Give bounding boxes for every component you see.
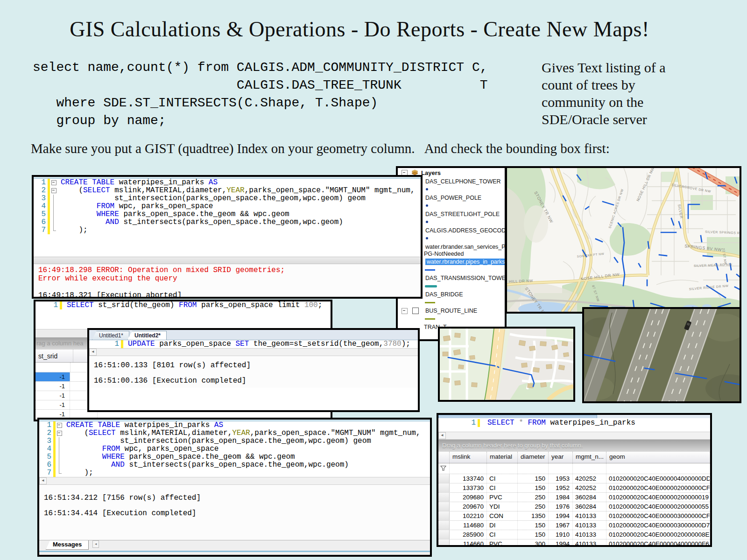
group-by-bar[interactable]: Drag a column header here to group by th…: [438, 440, 710, 452]
code-line[interactable]: 7 );: [39, 469, 430, 477]
aerial-photo-window[interactable]: [582, 307, 741, 403]
fold-marker[interactable]: [56, 453, 63, 461]
column-header-diameter[interactable]: diameter: [518, 452, 549, 463]
layer-checkbox[interactable]: [412, 308, 419, 314]
editor-tab-untitled1[interactable]: Untitled1*: [92, 331, 129, 340]
fold-marker[interactable]: [56, 437, 63, 445]
code-line[interactable]: 1SELECT * FROM waterpipes_in_parks: [438, 419, 710, 427]
column-header-mgmt_n[interactable]: mgmt_n...: [573, 452, 606, 463]
horizontal-scrollbar[interactable]: ◄: [39, 477, 430, 485]
code-line[interactable]: 6 AND st_intersects(parks_open_space.the…: [34, 218, 421, 226]
fold-marker[interactable]: [50, 195, 57, 203]
street-map[interactable]: STONEY TR NWSTONEY TR NWNOSE HILL DR NWH…: [507, 168, 740, 312]
table-row[interactable]: 114660PVC30019944101330102000020C40E0000…: [438, 539, 710, 547]
fold-marker[interactable]: [50, 203, 57, 210]
code-area[interactable]: 1SELECT * FROM waterpipes_in_parks: [438, 418, 710, 432]
results-panel: 16:51:00.133 [8101 row(s) affected]16:51…: [89, 356, 418, 388]
fold-marker[interactable]: [50, 187, 57, 195]
horizontal-scrollbar[interactable]: ◄: [89, 348, 418, 356]
scroll-left-icon[interactable]: ◄: [39, 477, 47, 484]
layer-label[interactable]: DAS_POWER_POLE: [425, 195, 481, 201]
results-panel: 16:51:34.212 [7156 row(s) affected]16:51…: [39, 485, 430, 540]
message-line: Error while executing the query: [38, 274, 416, 283]
column-header-geom[interactable]: geom: [606, 452, 710, 463]
code-area[interactable]: 1CREATE TABLE waterpipes_in_parks AS2 (S…: [34, 179, 421, 234]
scroll-left-icon[interactable]: ◄: [438, 432, 446, 439]
messages-tab[interactable]: Messages: [46, 540, 89, 550]
layer-symbol-blue-line: [425, 269, 435, 271]
query-results-window: 1SELECT * FROM waterpipes_in_parks ◄ Dra…: [437, 413, 712, 547]
column-header-mslink[interactable]: mslink: [450, 452, 487, 463]
layer-label[interactable]: DAS_BRIDGE: [425, 291, 463, 298]
expander-icon[interactable]: [402, 308, 408, 314]
svg-text:HILL DR NW: HILL DR NW: [509, 279, 533, 284]
layer-label[interactable]: CALGIS.ADDRESS_GEOCODE_V: [425, 227, 507, 234]
zoomed-map-window[interactable]: [438, 327, 575, 402]
code-line[interactable]: 5 WHERE parks_open_space.the_geom && wpc…: [34, 210, 421, 218]
code-line[interactable]: 3 st_intersection(parks_open_space.the_g…: [34, 195, 421, 203]
column-header-material[interactable]: material: [487, 452, 518, 463]
fold-marker[interactable]: [50, 210, 57, 218]
layer-label[interactable]: DAS_STREETLIGHT_POLE: [425, 211, 500, 217]
editor-tab-bar: Untitled1*Untitled2*: [89, 330, 418, 340]
fold-marker[interactable]: [50, 179, 57, 187]
status-bar: Ln 5 Col 26 19.06s: [39, 552, 430, 557]
code-line[interactable]: 2 (SELECT mslink,MATERIAL,diameter,YEAR,…: [34, 187, 421, 195]
code-line[interactable]: 5 WHERE parks_open_space.the_geom && wpc…: [39, 453, 430, 461]
table-row[interactable]: 285900CI15019104101330102000020C40E00000…: [438, 530, 710, 539]
table-row[interactable]: 114680DI15019674101330102000020C40E00000…: [438, 521, 710, 530]
bottom-tab-row: Messages ◄: [39, 540, 430, 551]
layer-symbol-point: [426, 204, 428, 207]
code-line[interactable]: 1CREATE TABLE waterpipes_in_parks AS: [34, 179, 421, 187]
layer-label[interactable]: DAS_TRANSMISSION_TOWER: [425, 275, 507, 281]
layer-label[interactable]: BUS_ROUTE_LINE: [425, 308, 477, 314]
table-row[interactable]: 133740CI15019534202520102000020C40E00000…: [438, 474, 710, 483]
column-header-year[interactable]: year: [549, 452, 573, 463]
aerial-photo[interactable]: [584, 309, 740, 401]
code-line[interactable]: 6 AND st_intersects(parks_open_space.the…: [39, 461, 430, 469]
table-row[interactable]: 133730CI15019524202520102000020C40E00000…: [438, 483, 710, 493]
layer-label[interactable]: water.rbrander.san_services_PG: [425, 244, 507, 250]
fold-marker[interactable]: [56, 469, 63, 477]
message-line: 16:51:34.414 [Execution completed]: [44, 506, 425, 521]
code-area-blank[interactable]: [34, 234, 421, 257]
table-body: 133740CI15019534202520102000020C40E00000…: [438, 474, 710, 547]
splitter[interactable]: [34, 257, 421, 264]
messages-panel: 16:49:18.298 ERROR: Operation on mixed S…: [34, 264, 421, 299]
fold-marker[interactable]: [56, 461, 63, 469]
code-line[interactable]: 3 st_intersection(parks_open_space.the_g…: [39, 437, 430, 445]
layer-item[interactable]: BUS_ROUTE_LINE: [398, 307, 505, 323]
table-row[interactable]: 209680PVC25019843602840102000020C40E0000…: [438, 493, 710, 502]
layer-label[interactable]: water.rbrander.pipes_in_parks: [425, 259, 506, 265]
editor-tab-untitled2[interactable]: Untitled2*: [127, 331, 167, 340]
code-line[interactable]: 1UPDATE parks_open_space SET the_geom=st…: [89, 340, 418, 348]
tab-scroll-left-icon[interactable]: ◄: [92, 540, 99, 548]
table-filter-row[interactable]: [438, 463, 710, 474]
fold-marker[interactable]: [56, 421, 63, 429]
table-row[interactable]: 209670YDI25019763602840102000020C40E0000…: [438, 502, 710, 511]
table-row[interactable]: 102210CON135019944101330102000020C40E000…: [438, 511, 710, 521]
layer-label[interactable]: DAS_CELLPHONE_TOWER: [425, 178, 501, 185]
fold-marker[interactable]: [56, 445, 63, 453]
code-area[interactable]: 1SELECT st_srid(the_geom) FROM parks_ope…: [35, 301, 331, 329]
code-line[interactable]: 2 (SELECT mslink,MATERIAL,diameter,YEAR,…: [39, 429, 430, 437]
fold-marker[interactable]: [50, 218, 57, 226]
code-line[interactable]: 1CREATE TABLE waterpipes_in_parks AS: [39, 421, 430, 429]
column-header-st-srid[interactable]: st_srid: [35, 350, 73, 362]
sql-editor-create-table: 1CREATE TABLE waterpipes_in_parks AS2 (S…: [32, 175, 423, 299]
code-line[interactable]: 1SELECT st_srid(the_geom) FROM parks_ope…: [35, 301, 331, 309]
code-line[interactable]: 4 FROM wpc, parks_open_space: [34, 203, 421, 210]
zoomed-street-map[interactable]: [440, 329, 573, 400]
layer-symbol-point: [426, 237, 428, 239]
code-area[interactable]: 1UPDATE parks_open_space SET the_geom=st…: [89, 340, 418, 348]
code-line[interactable]: 4 FROM wpc, parks_open_space: [39, 445, 430, 453]
map-window[interactable]: STONEY TR NWSTONEY TR NWNOSE HILL DR NWH…: [505, 166, 741, 314]
table-header-row[interactable]: mslinkmaterialdiameteryearmgmt_n...geom: [438, 452, 710, 463]
fold-marker[interactable]: [56, 429, 63, 437]
tab-strip: [438, 415, 710, 418]
horizontal-scrollbar[interactable]: ◄: [438, 432, 710, 440]
code-line[interactable]: 7 );: [34, 226, 421, 234]
code-area[interactable]: 1CREATE TABLE waterpipes_in_parks AS2 (S…: [39, 421, 430, 477]
fold-marker[interactable]: [50, 226, 57, 234]
scroll-left-icon[interactable]: ◄: [89, 349, 97, 356]
